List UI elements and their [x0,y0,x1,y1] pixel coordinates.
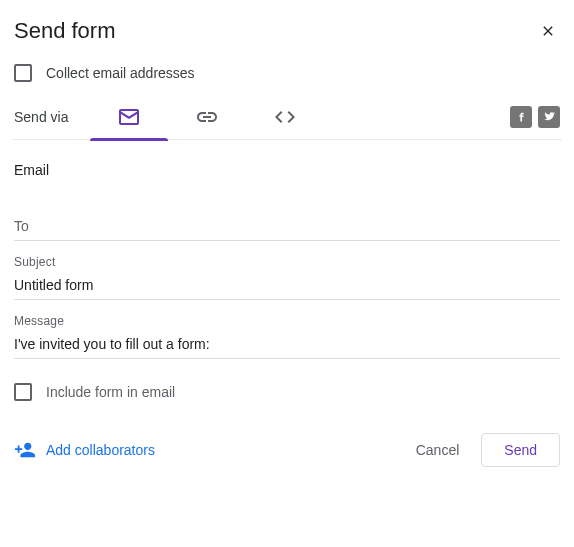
add-collaborators-label: Add collaborators [46,442,155,458]
facebook-icon [515,110,528,123]
message-label: Message [14,314,560,328]
message-input[interactable] [14,328,560,359]
close-button[interactable] [536,19,560,43]
share-facebook-button[interactable] [510,106,532,128]
dialog-header: Send form [12,18,562,50]
to-input[interactable] [14,200,560,241]
email-section-title: Email [12,140,562,186]
include-form-row: Include form in email [12,359,562,411]
tab-email[interactable] [90,94,168,140]
send-form-dialog: Send form Collect email addresses Send v… [0,0,574,479]
collect-emails-checkbox[interactable] [14,64,32,82]
collect-emails-label: Collect email addresses [46,65,195,81]
link-icon [195,105,219,129]
collect-emails-row: Collect email addresses [12,50,562,94]
tab-embed[interactable] [246,94,324,140]
twitter-icon [543,110,556,123]
send-via-row: Send via [12,94,562,140]
message-field: Message [12,300,562,359]
code-icon [273,105,297,129]
tab-link[interactable] [168,94,246,140]
include-form-checkbox[interactable] [14,383,32,401]
social-share [510,106,562,128]
footer-actions: Cancel Send [412,433,560,467]
dialog-footer: Add collaborators Cancel Send [12,411,562,467]
add-collaborators-button[interactable]: Add collaborators [14,439,155,461]
subject-input[interactable] [14,269,560,300]
send-via-label: Send via [12,109,90,125]
subject-field: Subject [12,241,562,300]
to-field [12,186,562,241]
send-button[interactable]: Send [481,433,560,467]
cancel-button[interactable]: Cancel [412,434,464,466]
include-form-label: Include form in email [46,384,175,400]
person-add-icon [14,439,36,461]
mail-icon [117,105,141,129]
subject-label: Subject [14,255,560,269]
share-twitter-button[interactable] [538,106,560,128]
close-icon [540,23,556,39]
dialog-title: Send form [14,18,116,44]
